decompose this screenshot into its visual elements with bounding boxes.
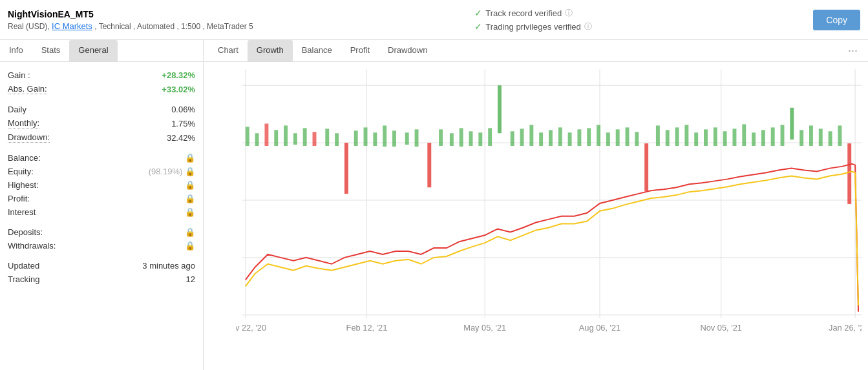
sidebar-content: Gain : +28.32% Abs. Gain: +33.02% Daily …	[0, 62, 203, 370]
svg-rect-33	[354, 130, 358, 146]
tracking-label: Tracking	[8, 274, 39, 284]
svg-rect-49	[520, 128, 524, 146]
svg-rect-52	[549, 130, 553, 146]
equity-value: (98.19%)	[149, 167, 183, 176]
account-title: NightVisionEA_MT5	[8, 9, 253, 19]
sidebar-tab-info[interactable]: Info	[0, 40, 32, 61]
svg-rect-78	[799, 130, 803, 146]
svg-rect-25	[274, 130, 278, 146]
svg-rect-57	[597, 125, 600, 146]
trading-privileges-verified: ✓ Trading privileges verified ⓘ	[474, 21, 592, 32]
chart-tab-drawdown[interactable]: Drawdown	[379, 40, 436, 61]
svg-text:Aug 06, '21: Aug 06, '21	[579, 323, 621, 333]
svg-rect-51	[539, 132, 543, 146]
gain-value: +28.32%	[162, 70, 195, 80]
svg-rect-34	[364, 127, 368, 146]
interest-row: Interest 🔒	[8, 205, 195, 219]
svg-rect-70	[723, 131, 727, 146]
header: NightVisionEA_MT5 Real (USD), IC Markets…	[0, 0, 868, 40]
sidebar-tab-stats[interactable]: Stats	[32, 40, 70, 61]
svg-rect-47	[498, 85, 502, 133]
copy-button[interactable]: Copy	[813, 10, 860, 30]
updated-label: Updated	[8, 261, 39, 271]
chart-tab-growth[interactable]: Growth	[248, 40, 293, 61]
track-record-verified: ✓ Track record verified ⓘ	[474, 8, 592, 19]
svg-rect-65	[675, 127, 679, 146]
svg-rect-73	[752, 132, 756, 146]
svg-rect-54	[568, 132, 572, 146]
svg-rect-53	[558, 127, 562, 146]
sidebar-tab-general[interactable]: General	[69, 40, 117, 61]
info-icon-2[interactable]: ⓘ	[584, 21, 592, 32]
deposits-row: Deposits: 🔒	[8, 225, 195, 239]
svg-rect-23	[255, 133, 259, 146]
header-left: NightVisionEA_MT5 Real (USD), IC Markets…	[8, 9, 253, 31]
svg-rect-24	[264, 123, 268, 146]
chart-container: 90% 60% 30% 0% -30% Nov 22, '20 F	[204, 62, 868, 370]
verification-info: ✓ Track record verified ⓘ ✓ Trading priv…	[474, 8, 592, 32]
svg-rect-50	[529, 125, 533, 146]
equity-label: Equity:	[8, 167, 34, 176]
chart-tab-chart[interactable]: Chart	[209, 40, 248, 61]
svg-rect-79	[809, 125, 813, 146]
chart-tab-balance[interactable]: Balance	[293, 40, 341, 61]
svg-text:Nov 22, '20: Nov 22, '20	[236, 323, 266, 333]
svg-rect-55	[577, 129, 581, 146]
interest-lock: 🔒	[185, 207, 195, 217]
svg-rect-42	[450, 133, 454, 146]
equity-row: Equity: (98.19%) 🔒	[8, 165, 195, 178]
svg-rect-66	[684, 125, 688, 146]
main-layout: Info Stats General Gain : +28.32% Abs. G…	[0, 40, 868, 370]
svg-rect-75	[771, 127, 775, 146]
interest-label: Interest	[8, 207, 36, 217]
daily-row: Daily 0.06%	[8, 103, 195, 116]
svg-rect-77	[790, 108, 794, 139]
broker-link[interactable]: IC Markets	[52, 21, 92, 31]
info-icon-1[interactable]: ⓘ	[565, 8, 573, 19]
daily-label: Daily	[8, 105, 26, 114]
svg-text:Nov 05, '21: Nov 05, '21	[700, 323, 742, 333]
svg-rect-68	[704, 129, 708, 146]
svg-rect-45	[478, 132, 482, 146]
deposits-label: Deposits:	[8, 227, 43, 237]
chart-area: Chart Growth Balance Profit Drawdown ···…	[204, 40, 868, 370]
svg-rect-44	[469, 131, 473, 146]
svg-rect-22	[246, 127, 249, 146]
monthly-label[interactable]: Monthly:	[8, 118, 39, 128]
trading-privileges-label: Trading privileges verified	[485, 22, 581, 32]
divider-3	[8, 219, 195, 225]
svg-rect-74	[761, 130, 765, 146]
updated-value: 3 minutes ago	[142, 261, 195, 271]
svg-rect-27	[293, 133, 297, 145]
monthly-value: 1.75%	[171, 119, 195, 128]
svg-rect-76	[781, 125, 785, 146]
svg-rect-71	[732, 128, 736, 146]
highest-lock: 🔒	[185, 180, 195, 190]
track-record-label: Track record verified	[485, 8, 562, 18]
svg-rect-29	[313, 132, 317, 146]
account-subtitle: Real (USD), IC Markets , Technical , Aut…	[8, 21, 253, 31]
updated-row: Updated 3 minutes ago	[8, 259, 195, 272]
balance-label: Balance:	[8, 153, 41, 163]
svg-rect-63	[656, 125, 660, 146]
abs-gain-label[interactable]: Abs. Gain:	[8, 84, 47, 94]
drawdown-label[interactable]: Drawdown:	[8, 132, 50, 143]
svg-rect-39	[415, 129, 419, 147]
gain-row: Gain : +28.32%	[8, 68, 195, 82]
svg-rect-30	[325, 128, 329, 146]
chart-tabs: Chart Growth Balance Profit Drawdown ···	[204, 40, 868, 62]
highest-row: Highest: 🔒	[8, 178, 195, 192]
svg-rect-26	[284, 125, 288, 146]
svg-rect-60	[626, 127, 630, 146]
svg-rect-69	[714, 127, 717, 146]
equity-value-lock: (98.19%) 🔒	[149, 167, 195, 176]
svg-rect-62	[644, 143, 648, 191]
svg-rect-32	[344, 143, 348, 194]
svg-rect-28	[303, 128, 307, 146]
svg-rect-36	[383, 125, 386, 147]
check-icon-2: ✓	[474, 21, 482, 32]
svg-rect-83	[847, 143, 851, 204]
drawdown-row: Drawdown: 32.42%	[8, 130, 195, 145]
chart-more-button[interactable]: ···	[843, 44, 863, 57]
chart-tab-profit[interactable]: Profit	[341, 40, 379, 61]
